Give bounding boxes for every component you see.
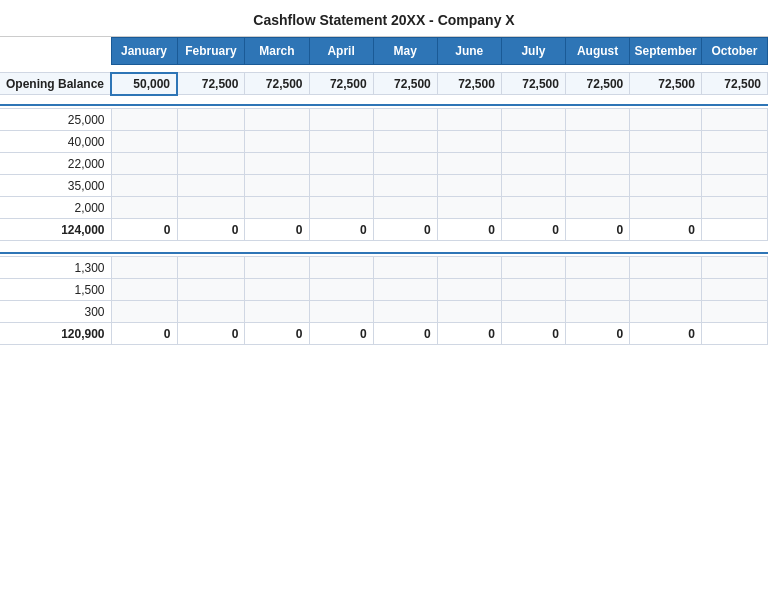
inflow-4-aug[interactable]	[565, 175, 629, 197]
inflow-3-aug[interactable]	[565, 153, 629, 175]
outflow-2-feb[interactable]	[177, 279, 245, 301]
inflow-5-apr[interactable]	[309, 197, 373, 219]
outflow-3-oct[interactable]	[701, 301, 767, 323]
inflow-1-jun[interactable]	[437, 109, 501, 131]
inflow-4-apr[interactable]	[309, 175, 373, 197]
outflow-2-jun[interactable]	[437, 279, 501, 301]
inflow-2-sep[interactable]	[630, 131, 702, 153]
inflow-3-jul[interactable]	[501, 153, 565, 175]
inflow-4-may[interactable]	[373, 175, 437, 197]
outflow-1-mar[interactable]	[245, 257, 309, 279]
outflow-3-may[interactable]	[373, 301, 437, 323]
outflow-2-aug[interactable]	[565, 279, 629, 301]
outflows-total-jul: 0	[501, 323, 565, 345]
inflow-4-sep[interactable]	[630, 175, 702, 197]
inflow-3-may[interactable]	[373, 153, 437, 175]
inflow-4-oct[interactable]	[701, 175, 767, 197]
inflow-4-jan[interactable]	[111, 175, 177, 197]
inflow-3-sep[interactable]	[630, 153, 702, 175]
inflow-5-jul[interactable]	[501, 197, 565, 219]
outflow-3-jun[interactable]	[437, 301, 501, 323]
inflow-1-jan[interactable]	[111, 109, 177, 131]
inflows-total-feb: 0	[177, 219, 245, 241]
inflow-2-feb[interactable]	[177, 131, 245, 153]
inflow-2-mar[interactable]	[245, 131, 309, 153]
inflow-label-2: 40,000	[0, 131, 111, 153]
inflow-4-jun[interactable]	[437, 175, 501, 197]
outflow-3-feb[interactable]	[177, 301, 245, 323]
inflow-5-jun[interactable]	[437, 197, 501, 219]
inflow-4-jul[interactable]	[501, 175, 565, 197]
inflow-2-jun[interactable]	[437, 131, 501, 153]
outflow-2-apr[interactable]	[309, 279, 373, 301]
inflow-5-jan[interactable]	[111, 197, 177, 219]
inflow-row-2: 40,000	[0, 131, 768, 153]
inflow-1-aug[interactable]	[565, 109, 629, 131]
inflow-3-oct[interactable]	[701, 153, 767, 175]
outflow-1-apr[interactable]	[309, 257, 373, 279]
inflow-2-oct[interactable]	[701, 131, 767, 153]
inflow-5-mar[interactable]	[245, 197, 309, 219]
outflow-1-jun[interactable]	[437, 257, 501, 279]
inflow-3-apr[interactable]	[309, 153, 373, 175]
outflow-3-apr[interactable]	[309, 301, 373, 323]
inflow-2-apr[interactable]	[309, 131, 373, 153]
inflow-1-mar[interactable]	[245, 109, 309, 131]
outflow-row-3: 300	[0, 301, 768, 323]
outflows-total-jan: 0	[111, 323, 177, 345]
inflow-3-jun[interactable]	[437, 153, 501, 175]
ob-oct: 72,500	[701, 73, 767, 95]
inflow-5-may[interactable]	[373, 197, 437, 219]
outflow-3-jan[interactable]	[111, 301, 177, 323]
inflow-3-mar[interactable]	[245, 153, 309, 175]
outflow-1-aug[interactable]	[565, 257, 629, 279]
empty-header	[0, 38, 111, 65]
outflow-1-jul[interactable]	[501, 257, 565, 279]
ob-apr: 72,500	[309, 73, 373, 95]
inflow-4-mar[interactable]	[245, 175, 309, 197]
inflow-1-feb[interactable]	[177, 109, 245, 131]
outflow-1-feb[interactable]	[177, 257, 245, 279]
inflow-1-may[interactable]	[373, 109, 437, 131]
outflow-2-sep[interactable]	[630, 279, 702, 301]
inflow-2-may[interactable]	[373, 131, 437, 153]
inflows-total-row: 124,000 0 0 0 0 0 0 0 0 0	[0, 219, 768, 241]
inflow-1-apr[interactable]	[309, 109, 373, 131]
outflows-total-label: 120,900	[0, 323, 111, 345]
inflows-total-oct	[701, 219, 767, 241]
outflow-3-jul[interactable]	[501, 301, 565, 323]
outflow-3-sep[interactable]	[630, 301, 702, 323]
inflow-5-feb[interactable]	[177, 197, 245, 219]
outflow-1-sep[interactable]	[630, 257, 702, 279]
spacer-row-1	[0, 65, 768, 73]
outflow-2-jan[interactable]	[111, 279, 177, 301]
header-april: April	[309, 38, 373, 65]
inflow-2-jan[interactable]	[111, 131, 177, 153]
outflow-2-may[interactable]	[373, 279, 437, 301]
inflow-5-aug[interactable]	[565, 197, 629, 219]
outflow-3-aug[interactable]	[565, 301, 629, 323]
opening-balance-label: Opening Balance	[0, 73, 111, 95]
ob-jan[interactable]: 50,000	[111, 73, 177, 95]
inflow-1-sep[interactable]	[630, 109, 702, 131]
inflow-3-feb[interactable]	[177, 153, 245, 175]
inflow-2-jul[interactable]	[501, 131, 565, 153]
inflow-label-5: 2,000	[0, 197, 111, 219]
outflow-2-oct[interactable]	[701, 279, 767, 301]
ob-feb: 72,500	[177, 73, 245, 95]
inflow-2-aug[interactable]	[565, 131, 629, 153]
inflow-4-feb[interactable]	[177, 175, 245, 197]
outflow-3-mar[interactable]	[245, 301, 309, 323]
outflow-1-may[interactable]	[373, 257, 437, 279]
inflow-1-oct[interactable]	[701, 109, 767, 131]
header-june: June	[437, 38, 501, 65]
inflow-5-oct[interactable]	[701, 197, 767, 219]
inflow-3-jan[interactable]	[111, 153, 177, 175]
outflow-2-jul[interactable]	[501, 279, 565, 301]
inflow-1-jul[interactable]	[501, 109, 565, 131]
outflow-1-oct[interactable]	[701, 257, 767, 279]
outflow-1-jan[interactable]	[111, 257, 177, 279]
header-may: May	[373, 38, 437, 65]
outflow-2-mar[interactable]	[245, 279, 309, 301]
inflow-5-sep[interactable]	[630, 197, 702, 219]
